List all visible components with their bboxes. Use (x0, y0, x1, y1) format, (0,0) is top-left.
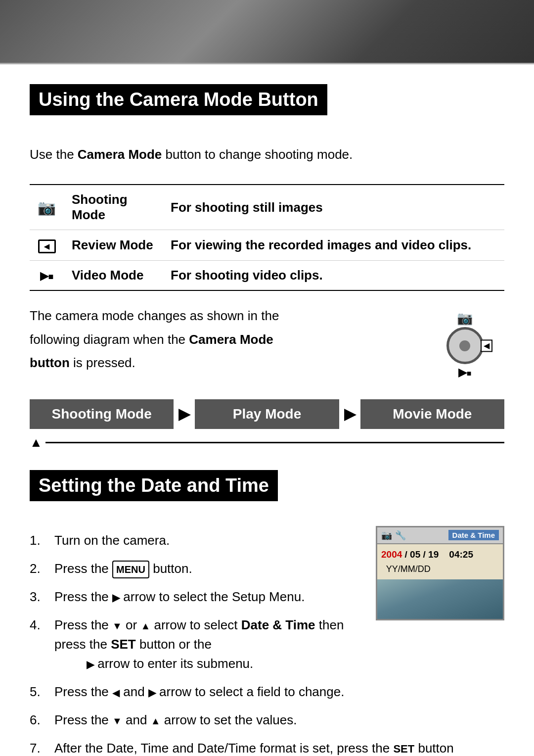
step-2-content: Press the MENU button. (54, 559, 361, 578)
step-6-num: 6. (30, 710, 54, 730)
screen-settings-icon: 🔧 (395, 530, 406, 541)
diagram-line3: button is pressed. (30, 353, 405, 374)
video-mode-label: Video Mode (64, 261, 163, 291)
diagram-section: The camera mode changes as shown in the … (30, 306, 504, 379)
date-time-bold: Date & Time (241, 617, 315, 632)
steps-with-screenshot: 📷 🔧 Date & Time 2004 / 05 / 19 04:25 YY/… (30, 531, 504, 756)
intro-bold: Camera Mode (78, 147, 162, 162)
movie-mode-box: Movie Mode (360, 399, 504, 429)
video-icon-cell: ▶■ (30, 261, 64, 291)
section2: Setting the Date and Time 📷 🔧 Date & Tim… (30, 470, 504, 756)
screen-top-bar: 📷 🔧 Date & Time (377, 527, 503, 544)
list-item: 4. Press the ▼ or ▲ arrow to select Date… (30, 615, 361, 673)
flow-back-row: ▲ (30, 435, 504, 450)
screen-date-row: 2004 / 05 / 19 04:25 (377, 544, 503, 562)
set-bold: SET (111, 637, 136, 652)
arrow-down-icon: ▼ (112, 620, 122, 631)
shooting-mode-desc: For shooting still images (163, 185, 504, 230)
screen-image-area (377, 579, 503, 619)
step-1-num: 1. (30, 531, 54, 550)
table-row: ◀ Review Mode For viewing the recorded i… (30, 230, 504, 261)
set-label: SET (393, 743, 414, 755)
section2-title-wrapper: Setting the Date and Time (30, 470, 504, 516)
screen-time: 04:25 (449, 549, 473, 560)
camera-icon-cell: 📷 (30, 185, 64, 230)
section1-title: Using the Camera Mode Button (30, 84, 327, 115)
review-mode-desc: For viewing the recorded images and vide… (163, 230, 504, 261)
shooting-mode-box: Shooting Mode (30, 399, 174, 429)
date-time-badge: Date & Time (448, 530, 499, 540)
screen-camera-icon: 📷 (381, 530, 392, 541)
screen-format: YY/MM/DD (386, 564, 431, 574)
screen-year: 2004 (381, 549, 402, 560)
step-3-num: 3. (30, 587, 54, 607)
arrow-up-icon: ▲ (140, 620, 150, 631)
arrow2-icon: ▶ (339, 405, 360, 423)
screen-date-rest: / 05 / 19 (402, 549, 439, 560)
screen-ui: 📷 🔧 Date & Time 2004 / 05 / 19 04:25 YY/… (376, 526, 504, 620)
step-7-content: After the Date, Time and Date/Time forma… (54, 739, 504, 756)
step-6-content: Press the ▼ and ▲ arrow to set the value… (54, 710, 504, 730)
play-mode-box: Play Mode (195, 399, 339, 429)
list-item: 1. Turn on the camera. (30, 531, 361, 550)
list-item: 6. Press the ▼ and ▲ arrow to set the va… (30, 710, 504, 730)
diagram-line1: The camera mode changes as shown in the (30, 306, 405, 327)
list-item: 2. Press the MENU button. (30, 559, 361, 578)
diagram-line2: following diagram when the Camera Mode (30, 330, 405, 350)
back-line (45, 442, 504, 443)
arrow-left-icon: ◀ (112, 687, 120, 698)
step-4-content: Press the ▼ or ▲ arrow to select Date & … (54, 615, 361, 673)
mode-flow-wrapper: Shooting Mode ▶ Play Mode ▶ Movie Mode ▲ (30, 399, 504, 450)
intro-prefix: Use the (30, 147, 78, 162)
step-2-num: 2. (30, 559, 54, 578)
intro-suffix: button to change shooting mode. (162, 147, 353, 162)
mode-table: 📷 ShootingMode For shooting still images… (30, 184, 504, 291)
step-4-num: 4. (30, 615, 54, 635)
arrow-right2-icon: ▶ (87, 659, 94, 670)
step-2-suffix: button. (149, 561, 192, 576)
shooting-mode-label: ShootingMode (64, 185, 163, 230)
list-item: 7. After the Date, Time and Date/Time fo… (30, 739, 504, 756)
table-row: ▶■ Video Mode For shooting video clips. (30, 261, 504, 291)
video-mode-desc: For shooting video clips. (163, 261, 504, 291)
section1-title-wrapper: Using the Camera Mode Button (30, 84, 504, 130)
step-5-content: Press the ◀ and ▶ arrow to select a fiel… (54, 682, 504, 702)
screen-format-row: YY/MM/DD (377, 562, 503, 579)
review-icon-cell: ◀ (30, 230, 64, 261)
step-5-num: 5. (30, 682, 54, 702)
back-arrow-icon: ▲ (30, 435, 43, 450)
arrow-right-icon: ▶ (112, 592, 120, 603)
section2-title: Setting the Date and Time (30, 470, 278, 501)
diagram-image: 📷 ◀ ▶■ (425, 306, 504, 379)
arrow-right3-icon: ▶ (148, 687, 156, 698)
step-1-content: Turn on the camera. (54, 531, 361, 550)
table-row: 📷 ShootingMode For shooting still images (30, 185, 504, 230)
list-item: 5. Press the ◀ and ▶ arrow to select a f… (30, 682, 504, 702)
top-header (0, 0, 534, 64)
arrow-down2-icon: ▼ (112, 715, 122, 726)
arrow1-icon: ▶ (174, 405, 195, 423)
step-2-prefix: Press the (54, 561, 112, 576)
step-7-num: 7. (30, 739, 54, 756)
intro-text: Use the Camera Mode button to change sho… (30, 145, 504, 164)
screenshot-container: 📷 🔧 Date & Time 2004 / 05 / 19 04:25 YY/… (376, 526, 504, 620)
review-mode-label: Review Mode (64, 230, 163, 261)
step-3-content: Press the ▶ arrow to select the Setup Me… (54, 587, 361, 607)
diagram-text: The camera mode changes as shown in the … (30, 306, 425, 374)
screen-icons: 📷 🔧 (381, 530, 406, 541)
menu-button-icon: MENU (112, 561, 149, 578)
list-item: 3. Press the ▶ arrow to select the Setup… (30, 587, 361, 607)
mode-flow: Shooting Mode ▶ Play Mode ▶ Movie Mode (30, 399, 504, 429)
arrow-up2-icon: ▲ (151, 715, 161, 726)
